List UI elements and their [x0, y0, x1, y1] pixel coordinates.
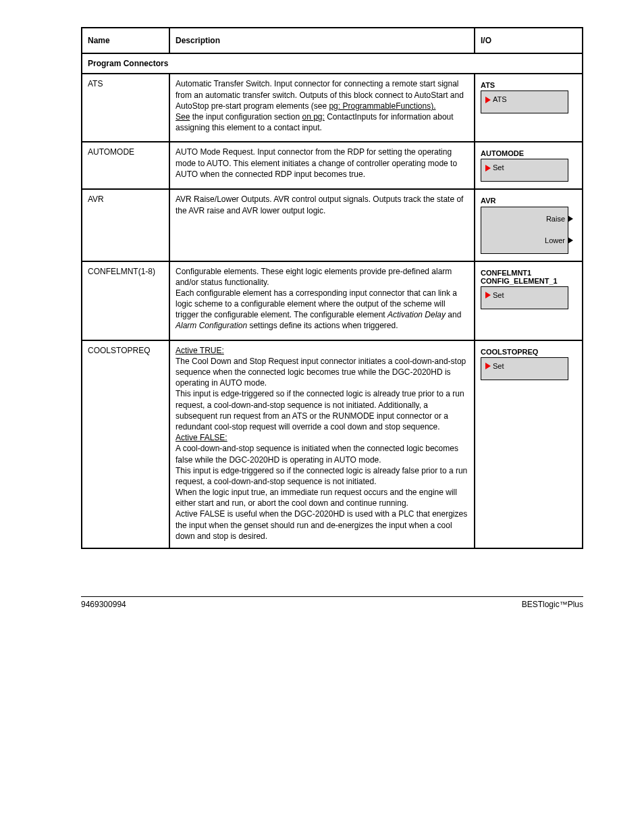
description-text: Active TRUE:The Cool Down and Stop Reque… — [176, 345, 468, 542]
row-description: Active TRUE:The Cool Down and Stop Reque… — [169, 340, 475, 548]
table-row: COOLSTOPREQ Active TRUE:The Cool Down an… — [82, 340, 583, 548]
col-header-description: Description — [169, 28, 475, 53]
row-io-cell: CONFELMNT1CONFIG_ELEMENT_1 Set — [475, 261, 583, 340]
col-header-io: I/O — [475, 28, 583, 53]
io-block: Set — [481, 286, 568, 309]
row-name: COOLSTOPREQ — [82, 340, 169, 548]
description-text: AVR Raise/Lower Outputs. AVR control out… — [176, 194, 468, 215]
col-header-name: Name — [82, 28, 169, 53]
footer-right: BESTlogic™Plus — [522, 600, 583, 609]
row-description: AVR Raise/Lower Outputs. AVR control out… — [169, 189, 475, 261]
io-block: Set — [481, 357, 568, 380]
input-arrow-icon — [485, 363, 491, 369]
section-title: Program Connectors — [82, 53, 583, 74]
row-description: Automatic Transfer Switch. Input connect… — [169, 74, 475, 142]
row-io-cell: AVR Raise Lower — [475, 189, 583, 261]
row-io-cell: COOLSTOPREQ Set — [475, 340, 583, 548]
io-block-title: ATS — [481, 81, 576, 89]
row-io-cell: ATS ATS — [475, 74, 583, 142]
row-name: AVR — [82, 189, 169, 261]
footer-left: 9469300994 — [81, 600, 126, 609]
row-name: ATS — [82, 74, 169, 142]
description-text: Configurable elements. These eight logic… — [176, 266, 468, 332]
section-row: Program Connectors — [82, 53, 583, 74]
description-text: Automatic Transfer Switch. Input connect… — [176, 78, 468, 133]
row-description: AUTO Mode Request. Input connector from … — [169, 142, 475, 189]
row-name: CONFELMNT(1-8) — [82, 261, 169, 340]
io-input-label: Set — [493, 290, 504, 298]
table-row: AVR AVR Raise/Lower Outputs. AVR control… — [82, 189, 583, 261]
table-header-row: Name Description I/O — [82, 28, 583, 53]
io-block-title: AVR — [481, 197, 576, 205]
io-block: Raise Lower — [481, 207, 568, 254]
io-block-title: AUTOMODE — [481, 149, 576, 157]
output-arrow-icon — [568, 215, 573, 222]
output-arrow-icon — [568, 237, 573, 244]
table-row: ATS Automatic Transfer Switch. Input con… — [82, 74, 583, 142]
row-name: AUTOMODE — [82, 142, 169, 189]
io-output-label: Raise — [546, 214, 565, 224]
input-arrow-icon — [485, 292, 491, 298]
io-input-label: ATS — [493, 95, 507, 103]
input-arrow-icon — [485, 97, 491, 103]
io-input-label: Set — [493, 163, 504, 172]
page-footer: 9469300994 BESTlogic™Plus — [81, 596, 583, 609]
io-block-title: COOLSTOPREQ — [481, 348, 576, 356]
row-io-cell: AUTOMODE Set — [475, 142, 583, 189]
io-block: ATS — [481, 90, 568, 113]
description-text: AUTO Mode Request. Input connector from … — [176, 147, 468, 180]
table-row: AUTOMODE AUTO Mode Request. Input connec… — [82, 142, 583, 189]
io-block-title: CONFELMNT1CONFIG_ELEMENT_1 — [481, 269, 576, 285]
table-row: CONFELMNT(1-8) Configurable elements. Th… — [82, 261, 583, 340]
program-connectors-table: Name Description I/O Program Connectors … — [81, 27, 583, 549]
io-output-label: Lower — [545, 236, 565, 246]
io-input-label: Set — [493, 361, 504, 369]
row-description: Configurable elements. These eight logic… — [169, 261, 475, 340]
io-block: Set — [481, 159, 568, 182]
input-arrow-icon — [485, 165, 491, 172]
